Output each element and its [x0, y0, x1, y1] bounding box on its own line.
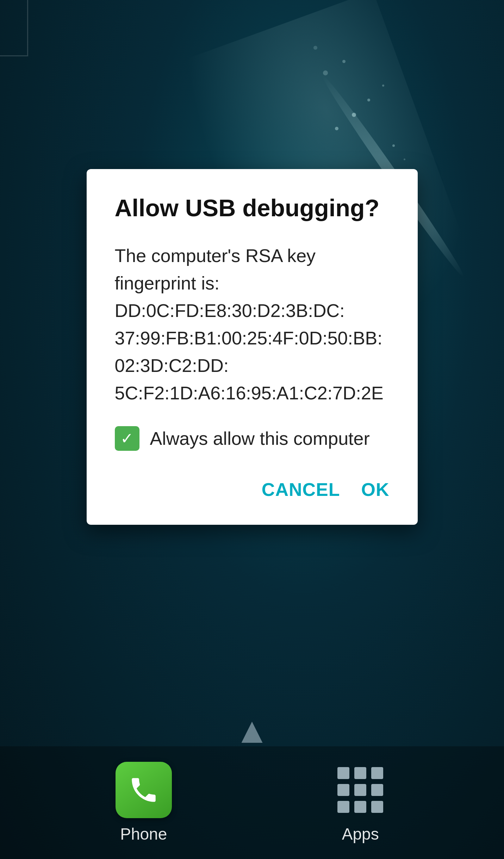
apps-dot-4: [337, 784, 349, 796]
apps-dot-9: [371, 801, 383, 813]
apps-icon: [332, 762, 388, 818]
always-allow-label: Always allow this computer: [150, 428, 370, 449]
nav-apps[interactable]: Apps: [332, 762, 388, 844]
apps-dot-3: [371, 767, 383, 779]
apps-dot-6: [371, 784, 383, 796]
dialog-buttons: CANCEL OK: [115, 475, 390, 504]
apps-grid: [337, 767, 383, 813]
always-allow-row[interactable]: ✓ Always allow this computer: [115, 426, 390, 451]
phone-label: Phone: [120, 824, 167, 844]
bottom-nav: Phone Apps: [0, 746, 504, 859]
phone-icon-bg: [116, 762, 172, 818]
apps-label: Apps: [342, 824, 379, 844]
cancel-button[interactable]: CANCEL: [262, 475, 340, 504]
apps-dot-8: [354, 801, 366, 813]
phone-icon: [128, 774, 160, 806]
apps-dot-2: [354, 767, 366, 779]
nav-phone[interactable]: Phone: [116, 762, 172, 844]
apps-dot-5: [354, 784, 366, 796]
usb-debug-dialog: Allow USB debugging? The computer's RSA …: [87, 169, 418, 525]
apps-dot-1: [337, 767, 349, 779]
ok-button[interactable]: OK: [361, 475, 390, 504]
dialog-title: Allow USB debugging?: [115, 194, 390, 223]
always-allow-checkbox[interactable]: ✓: [115, 426, 139, 451]
checkbox-checkmark: ✓: [120, 431, 133, 446]
apps-dot-7: [337, 801, 349, 813]
dialog-body: The computer's RSA key fingerprint is: D…: [115, 242, 390, 407]
